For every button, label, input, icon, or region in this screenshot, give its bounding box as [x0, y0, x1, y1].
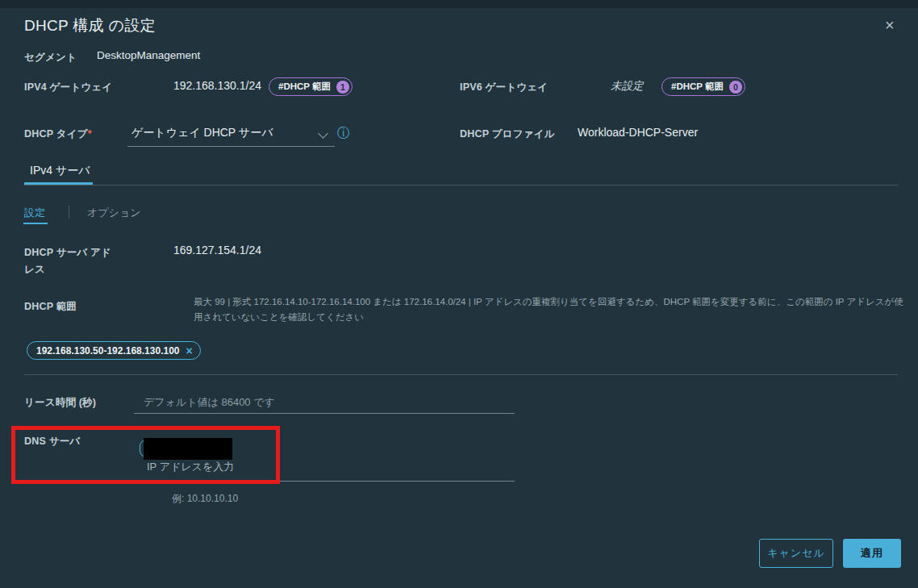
dhcp-server-address-label: DHCP サーバ アド レス [24, 244, 111, 278]
dhcp-range-chip-value: 192.168.130.50-192.168.130.100 [36, 345, 180, 357]
ipv4-gateway-label: IPV4 ゲートウェイ [24, 81, 112, 94]
chevron-down-icon[interactable] [318, 128, 328, 139]
subtab-options[interactable]: オプション [87, 206, 141, 220]
window-top-edge [0, 0, 918, 8]
subtab-settings[interactable]: 設定 [24, 206, 45, 220]
ipv6-gateway-value: 未設定 [611, 79, 644, 94]
close-icon[interactable]: × [885, 17, 895, 33]
dns-server-example: 例: 10.10.10.10 [172, 492, 238, 506]
chip-remove-icon[interactable]: × [186, 345, 193, 357]
ipv4-gateway-value: 192.168.130.1/24 [173, 79, 261, 92]
dhcp-profile-value: Workload-DHCP-Server [578, 126, 698, 139]
dhcp-profile-label: DHCP プロファイル [460, 127, 555, 141]
apply-button[interactable]: 適用 [843, 539, 901, 568]
dhcp-type-label: DHCP タイプ* [24, 127, 92, 141]
lease-time-input-underline [134, 413, 515, 414]
dhcp-config-dialog: DHCP 構成 の設定 × セグメント DesktopManagement IP… [0, 0, 918, 588]
ipv6-dhcp-range-badge-count: 0 [729, 81, 742, 94]
dhcp-range-help-text: 最大 99 | 形式 172.16.14.10-172.16.14.100 また… [194, 294, 903, 325]
dhcp-server-address-value: 169.127.154.1/24 [173, 244, 261, 256]
dhcp-type-select-underline [127, 146, 335, 147]
ipv4-dhcp-range-badge[interactable]: #DHCP 範囲 1 [269, 77, 353, 96]
lease-time-label: リース時間 (秒) [24, 396, 96, 410]
segment-label: セグメント [24, 51, 77, 65]
ipv4-dhcp-range-badge-count: 1 [336, 81, 349, 94]
tab-divider [24, 185, 898, 186]
ipv6-dhcp-range-badge-label: #DHCP 範囲 [671, 81, 724, 93]
dialog-title: DHCP 構成 の設定 [24, 15, 156, 36]
ipv6-dhcp-range-badge[interactable]: #DHCP 範囲 0 [661, 77, 745, 96]
annotation-highlight-rectangle [11, 426, 280, 484]
lease-time-input[interactable]: デフォルト値は 86400 です [144, 395, 275, 410]
section-divider [24, 374, 898, 375]
subtab-divider [69, 206, 69, 219]
tab-ipv4-server[interactable]: IPv4 サーバ [30, 164, 90, 178]
segment-value: DesktopManagement [97, 49, 200, 61]
dhcp-range-chip[interactable]: 192.168.130.50-192.168.130.100 × [27, 341, 201, 360]
info-icon[interactable]: ⓘ [337, 126, 350, 140]
cancel-button[interactable]: キャンセル [759, 539, 833, 568]
dhcp-type-select[interactable]: ゲートウェイ DHCP サーバ [131, 126, 273, 140]
ipv4-dhcp-range-badge-label: #DHCP 範囲 [278, 81, 331, 93]
dhcp-range-label: DHCP 範囲 [24, 300, 77, 314]
ipv6-gateway-label: IPV6 ゲートウェイ [460, 81, 548, 94]
subtab-settings-underline [23, 223, 48, 224]
required-asterisk: * [88, 128, 92, 140]
